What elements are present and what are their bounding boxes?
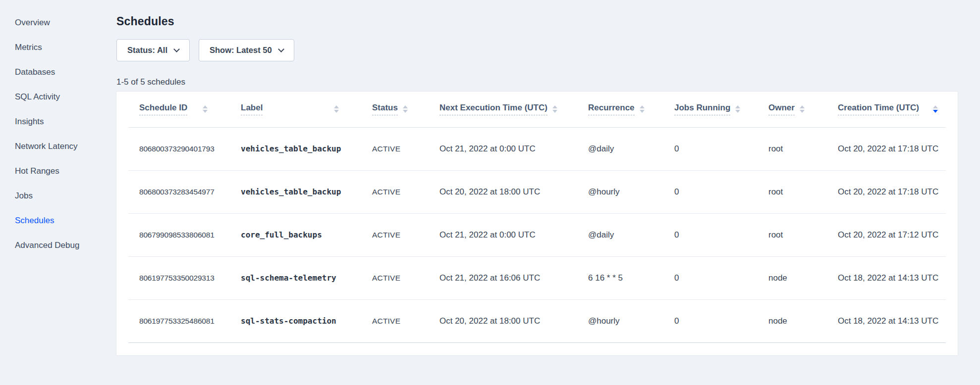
sort-icon[interactable] <box>552 105 557 113</box>
column-header-status[interactable]: Status <box>361 92 429 127</box>
table-row[interactable]: 806800373283454977 vehicles_table_backup… <box>128 170 946 213</box>
cell-schedule-id: 806800373290401793 <box>128 127 230 170</box>
cell-status: ACTIVE <box>361 127 429 170</box>
cell-schedule-id: 806800373283454977 <box>128 170 230 213</box>
cell-jobs-running: 0 <box>663 170 758 213</box>
cell-owner: node <box>758 299 827 342</box>
sort-icon[interactable] <box>800 105 805 113</box>
cell-jobs-running: 0 <box>663 127 758 170</box>
cell-schedule-id: 806799098533806081 <box>128 213 230 256</box>
sidebar-item-insights[interactable]: Insights <box>0 109 116 134</box>
column-label: Jobs Running <box>674 103 730 115</box>
column-label: Owner <box>768 103 795 115</box>
cell-next-execution-time: Oct 20, 2022 at 18:00 UTC <box>429 299 577 342</box>
sort-desc-icon[interactable] <box>933 105 938 113</box>
table-row[interactable]: 806800373290401793 vehicles_table_backup… <box>128 127 946 170</box>
sort-icon[interactable] <box>735 105 740 113</box>
sidebar-item-hot-ranges[interactable]: Hot Ranges <box>0 159 116 184</box>
schedules-table: Schedule ID Label Stat <box>128 92 946 343</box>
column-header-schedule-id[interactable]: Schedule ID <box>128 92 230 127</box>
cell-status: ACTIVE <box>361 213 429 256</box>
cell-recurrence: @hourly <box>577 299 663 342</box>
sort-icon[interactable] <box>640 105 645 113</box>
status-filter-dropdown[interactable]: Status: All <box>116 39 190 61</box>
show-filter-dropdown[interactable]: Show: Latest 50 <box>199 39 294 61</box>
cell-creation-time: Oct 20, 2022 at 17:12 UTC <box>827 213 946 256</box>
sort-icon[interactable] <box>334 105 339 113</box>
cell-schedule-id: 806197753325486081 <box>128 299 230 342</box>
sidebar-item-sql-activity[interactable]: SQL Activity <box>0 85 116 109</box>
page-title: Schedules <box>116 15 980 28</box>
schedules-table-card: Schedule ID Label Stat <box>116 92 958 355</box>
cell-recurrence: 6 16 * * 5 <box>577 256 663 299</box>
sidebar-item-metrics[interactable]: Metrics <box>0 35 116 60</box>
cell-schedule-id: 806197753350029313 <box>128 256 230 299</box>
cell-next-execution-time: Oct 20, 2022 at 18:00 UTC <box>429 170 577 213</box>
column-header-owner[interactable]: Owner <box>758 92 827 127</box>
main-content: Schedules Status: All Show: Latest 50 1-… <box>116 0 980 355</box>
column-label: Schedule ID <box>139 103 187 115</box>
cell-recurrence: @hourly <box>577 170 663 213</box>
cell-next-execution-time: Oct 21, 2022 at 0:00 UTC <box>429 213 577 256</box>
sidebar-item-jobs[interactable]: Jobs <box>0 184 116 208</box>
sidebar-item-schedules[interactable]: Schedules <box>0 208 116 233</box>
sidebar-item-overview[interactable]: Overview <box>0 10 116 35</box>
cell-owner: node <box>758 256 827 299</box>
cell-creation-time: Oct 18, 2022 at 14:13 UTC <box>827 256 946 299</box>
table-row[interactable]: 806197753325486081 sql-stats-compaction … <box>128 299 946 342</box>
cell-label[interactable]: sql-schema-telemetry <box>230 256 361 299</box>
cell-label[interactable]: core_full_backups <box>230 213 361 256</box>
app-root: Overview Metrics Databases SQL Activity … <box>0 0 980 385</box>
results-count: 1-5 of 5 schedules <box>116 77 980 87</box>
column-header-label[interactable]: Label <box>230 92 361 127</box>
column-header-jobs-running[interactable]: Jobs Running <box>663 92 758 127</box>
cell-recurrence: @daily <box>577 127 663 170</box>
cell-owner: root <box>758 213 827 256</box>
sidebar-item-advanced-debug[interactable]: Advanced Debug <box>0 233 116 258</box>
cell-owner: root <box>758 127 827 170</box>
cell-creation-time: Oct 20, 2022 at 17:18 UTC <box>827 170 946 213</box>
sidebar-item-databases[interactable]: Databases <box>0 60 116 85</box>
cell-jobs-running: 0 <box>663 299 758 342</box>
cell-jobs-running: 0 <box>663 256 758 299</box>
column-label: Status <box>372 103 398 115</box>
column-label: Creation Time (UTC) <box>838 103 919 115</box>
chevron-down-icon <box>173 46 180 52</box>
cell-label[interactable]: vehicles_table_backup <box>230 170 361 213</box>
column-header-creation-time[interactable]: Creation Time (UTC) <box>827 92 946 127</box>
cell-status: ACTIVE <box>361 256 429 299</box>
cell-creation-time: Oct 20, 2022 at 17:18 UTC <box>827 127 946 170</box>
cell-status: ACTIVE <box>361 170 429 213</box>
cell-owner: root <box>758 170 827 213</box>
cell-next-execution-time: Oct 21, 2022 at 16:06 UTC <box>429 256 577 299</box>
show-filter-label: Show: Latest 50 <box>210 46 272 55</box>
cell-recurrence: @daily <box>577 213 663 256</box>
table-row[interactable]: 806197753350029313 sql-schema-telemetry … <box>128 256 946 299</box>
filter-bar: Status: All Show: Latest 50 <box>116 39 980 61</box>
table-header-row: Schedule ID Label Stat <box>128 92 946 127</box>
sidebar: Overview Metrics Databases SQL Activity … <box>0 0 116 385</box>
cell-next-execution-time: Oct 21, 2022 at 0:00 UTC <box>429 127 577 170</box>
sidebar-item-network-latency[interactable]: Network Latency <box>0 134 116 159</box>
cell-jobs-running: 0 <box>663 213 758 256</box>
cell-creation-time: Oct 18, 2022 at 14:13 UTC <box>827 299 946 342</box>
sort-icon[interactable] <box>203 105 208 113</box>
cell-label[interactable]: vehicles_table_backup <box>230 127 361 170</box>
column-header-next-execution-time[interactable]: Next Execution Time (UTC) <box>429 92 577 127</box>
chevron-down-icon <box>278 46 284 52</box>
column-header-recurrence[interactable]: Recurrence <box>577 92 663 127</box>
column-label: Next Execution Time (UTC) <box>439 103 547 115</box>
column-label: Label <box>241 103 263 115</box>
cell-label[interactable]: sql-stats-compaction <box>230 299 361 342</box>
table-row[interactable]: 806799098533806081 core_full_backups ACT… <box>128 213 946 256</box>
status-filter-label: Status: All <box>127 46 167 55</box>
column-label: Recurrence <box>588 103 635 115</box>
cell-status: ACTIVE <box>361 299 429 342</box>
sort-icon[interactable] <box>403 105 408 113</box>
